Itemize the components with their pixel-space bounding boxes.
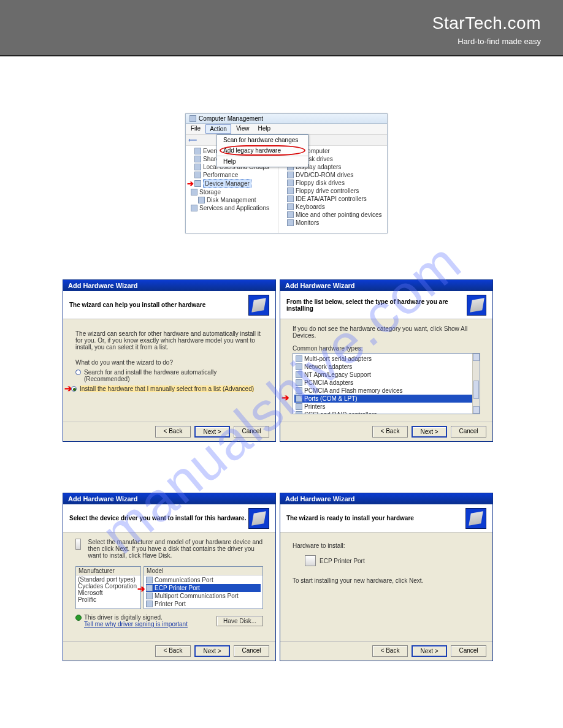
next-button[interactable]: Next > [194, 426, 230, 438]
wizard-hardware-type: Add Hardware Wizard From the list below,… [280, 279, 493, 442]
tree-label: Services and Applications [199, 204, 269, 212]
list-item[interactable]: Cyclades Corporation [78, 583, 139, 590]
brand-block: StarTech.com Hard-to-find made easy [432, 13, 541, 46]
page-header: StarTech.com Hard-to-find made easy [0, 0, 563, 56]
scrollbar[interactable] [472, 354, 480, 414]
list-item[interactable]: Printers [294, 403, 478, 411]
column-header: Manufacturer [76, 567, 140, 575]
check-icon [75, 615, 82, 621]
list-item[interactable]: (Standard port types) [78, 576, 139, 583]
app-icon [190, 115, 196, 122]
scroll-thumb[interactable] [473, 381, 479, 399]
list-item-ports[interactable]: Ports (COM & LPT) [294, 395, 478, 403]
back-button[interactable]: < Back [155, 645, 191, 657]
back-button[interactable]: < Back [372, 426, 408, 438]
manufacturer-list[interactable]: Manufacturer (Standard port types) Cycla… [75, 566, 141, 609]
cancel-button[interactable]: Cancel [451, 645, 486, 657]
list-item[interactable]: PCMCIA adapters [294, 379, 478, 387]
list-item[interactable]: NT Apm/Legacy Support [294, 371, 478, 379]
list-label: Multi-port serial adapters [304, 355, 372, 362]
back-icon[interactable]: ⟸ [188, 137, 197, 143]
list-item[interactable]: Prolific [78, 596, 139, 603]
floppy-icon [287, 180, 294, 186]
driver-icon [75, 539, 81, 550]
have-disk-button[interactable]: Have Disk... [216, 616, 263, 626]
brand-tagline: Hard-to-find made easy [432, 37, 541, 46]
device-icon [296, 379, 302, 386]
menu-file[interactable]: File [187, 124, 204, 134]
tree-label: Device Manager [203, 179, 251, 188]
back-button[interactable]: < Back [155, 426, 191, 438]
radio-manual[interactable]: Install the hardware that I manually sel… [71, 385, 254, 393]
cancel-button[interactable]: Cancel [451, 426, 486, 438]
cancel-button[interactable]: Cancel [234, 645, 269, 657]
back-button[interactable]: < Back [372, 645, 408, 657]
dev-floppy[interactable]: Floppy disk drives [280, 179, 386, 187]
menu-action[interactable]: Action [205, 124, 231, 134]
list-item[interactable]: Communications Port [146, 576, 261, 584]
why-signing-link[interactable]: Tell me why driver signing is important [84, 621, 188, 628]
list-item[interactable]: PCMCIA and Flash memory devices [294, 387, 478, 395]
wizard-body: Select the manufacturer and model of you… [63, 533, 275, 643]
tree-storage[interactable]: Storage [187, 188, 277, 196]
list-label: Multiport Communications Port [155, 593, 239, 599]
tree-perf[interactable]: Performance [187, 171, 277, 179]
hardware-types-list[interactable]: Multi-port serial adapters Network adapt… [293, 353, 480, 414]
list-item[interactable]: SCSI and RAID controllers [294, 411, 478, 414]
dev-keyb[interactable]: Keyboards [280, 203, 386, 211]
menu-item-add-legacy[interactable]: Add legacy hardware [217, 145, 308, 156]
list-label: PCMCIA and Flash memory devices [304, 387, 403, 394]
list-label: Printers [304, 403, 325, 410]
list-item[interactable]: Network adapters [294, 363, 478, 371]
wizard-install-method: Add Hardware Wizard The wizard can help … [63, 279, 276, 442]
port-icon [146, 585, 153, 591]
dev-dvd[interactable]: DVD/CD-ROM drives [280, 171, 386, 179]
computer-management-window: Computer Management File Action View Hel… [185, 113, 388, 233]
menu-bar: File Action View Help [186, 124, 387, 135]
window-titlebar: Computer Management [186, 114, 387, 124]
wizard-body: Hardware to install: ECP Printer Port To… [280, 533, 492, 643]
device-icon [296, 403, 302, 410]
tree-label: Performance [203, 171, 238, 179]
menu-item-help[interactable]: Help [217, 156, 308, 167]
cancel-button[interactable]: Cancel [234, 426, 269, 438]
device-icon [296, 371, 302, 378]
wizard-button-row: < Back Next > Cancel [280, 422, 492, 441]
dev-mice[interactable]: Mice and other pointing devices [280, 211, 386, 219]
menu-item-scan[interactable]: Scan for hardware changes [217, 135, 308, 145]
window-title: Computer Management [199, 115, 263, 122]
dvd-icon [287, 172, 294, 178]
wizard-intro: Select the manufacturer and model of you… [88, 539, 263, 559]
tree-device-manager[interactable]: ➔ Device Manager [187, 179, 277, 188]
scroll-up-icon[interactable] [473, 354, 480, 361]
device-icon [296, 387, 302, 394]
next-button[interactable]: Next > [412, 645, 447, 657]
radio-auto[interactable]: Search for and install the hardware auto… [75, 368, 263, 383]
list-item[interactable]: Multi-port serial adapters [294, 355, 478, 363]
scroll-down-icon[interactable] [473, 406, 480, 414]
next-button[interactable]: Next > [194, 645, 230, 657]
signed-text: This driver is digitally signed. [84, 614, 163, 621]
menu-help[interactable]: Help [254, 124, 274, 134]
wizard-titlebar: Add Hardware Wizard [280, 493, 492, 504]
wizard-select-driver: Add Hardware Wizard Select the device dr… [63, 493, 276, 661]
model-list[interactable]: Model Communications Port ECP Printer Po… [144, 566, 263, 609]
dev-ide[interactable]: IDE ATA/ATAPI controllers [280, 195, 386, 203]
next-button[interactable]: Next > [412, 426, 447, 438]
list-item-ecp[interactable]: ECP Printer Port [146, 584, 261, 592]
wizard-header: From the list below, select the type of … [280, 291, 492, 319]
tree-diskmgmt[interactable]: Disk Management [187, 196, 277, 204]
list-item[interactable]: Printer Port [146, 600, 261, 608]
list-item[interactable]: Microsoft [78, 590, 139, 596]
radio-icon [71, 386, 77, 392]
wizard-header-icon [465, 508, 486, 529]
tree-services[interactable]: Services and Applications [187, 204, 277, 212]
menu-view[interactable]: View [232, 124, 253, 134]
red-arrow-icon: ➔ [282, 392, 289, 403]
wizard-titlebar: Add Hardware Wizard [280, 280, 492, 291]
red-arrow-icon: ➔ [187, 180, 194, 188]
mouse-icon [287, 211, 294, 218]
list-item[interactable]: Multiport Communications Port [146, 592, 261, 600]
dev-floppyctl[interactable]: Floppy drive controllers [280, 187, 386, 195]
dev-mon[interactable]: Monitors [280, 219, 386, 227]
